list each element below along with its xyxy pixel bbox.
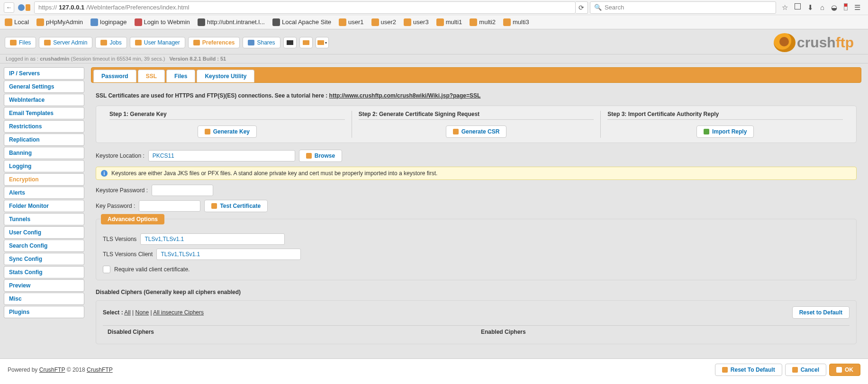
browser-toolbar-icons: ☆ ⬇ ⌂ ◒ ☰: [778, 3, 864, 12]
library-icon[interactable]: [795, 3, 801, 9]
bookmark-star-icon[interactable]: ☆: [782, 3, 788, 12]
bookmark-user2[interactable]: user2: [371, 18, 397, 26]
battery-icon[interactable]: [844, 3, 848, 10]
tab-shares[interactable]: Shares: [243, 37, 280, 48]
user-icon: [135, 40, 142, 45]
refresh-icon: [211, 203, 217, 209]
bookmark-multi3[interactable]: multi3: [503, 18, 529, 26]
preferences-sidebar: IP / Servers General Settings WebInterfa…: [0, 63, 84, 358]
reset-ciphers-button[interactable]: Reset to Default: [792, 306, 850, 319]
sidebar-item-search-config[interactable]: Search Config: [4, 240, 84, 252]
tab-user-manager[interactable]: User Manager: [130, 37, 185, 48]
toolbar-folder-dropdown[interactable]: ▾: [316, 37, 329, 48]
key-password-input[interactable]: [139, 200, 200, 212]
bookmark-phpmyadmin[interactable]: pHpMyAdmin: [36, 18, 83, 26]
home-icon[interactable]: ⌂: [820, 3, 824, 12]
footer-powered: Powered by: [8, 366, 37, 373]
ciphers-box: Select : All | None | All insecure Ciphe…: [96, 300, 857, 344]
bookmark-multi2[interactable]: multi2: [470, 18, 496, 26]
folder-icon: [10, 40, 17, 45]
search-placeholder: Search: [605, 4, 624, 11]
sidebar-item-folder-monitor[interactable]: Folder Monitor: [4, 200, 84, 212]
prefs-icon: [193, 40, 200, 45]
keystore-password-label: Keystore Password :: [96, 187, 148, 194]
test-certificate-button[interactable]: Test Certificate: [204, 200, 268, 212]
tls-versions-client-input[interactable]: [156, 249, 301, 260]
tls-versions-input[interactable]: [140, 233, 285, 245]
select-none-link[interactable]: None: [136, 309, 149, 316]
bookmark-webmin[interactable]: Login to Webmin: [135, 18, 190, 26]
hamburger-menu-icon[interactable]: ☰: [854, 3, 860, 12]
sidebar-item-replication[interactable]: Replication: [4, 134, 84, 146]
tab-keystore-utility[interactable]: Keystore Utility: [197, 70, 254, 82]
bookmark-loginpage[interactable]: loginpage: [90, 18, 127, 26]
toolbar-folder-button[interactable]: [299, 37, 313, 48]
sidebar-item-tunnels[interactable]: Tunnels: [4, 213, 84, 225]
browser-search[interactable]: 🔍 Search: [590, 1, 776, 14]
bookmark-user3[interactable]: user3: [404, 18, 429, 26]
keystore-location-label: Keystore Location :: [96, 152, 145, 159]
generate-key-button[interactable]: Generate Key: [198, 125, 257, 138]
downloads-icon[interactable]: ⬇: [807, 3, 814, 12]
bookmark-user1[interactable]: user1: [339, 18, 364, 26]
keystore-location-input[interactable]: [148, 150, 295, 161]
tab-jobs[interactable]: Jobs: [95, 37, 127, 48]
generate-csr-button[interactable]: Generate CSR: [446, 125, 507, 138]
reload-button[interactable]: ⟳: [576, 1, 588, 14]
sidebar-item-restrictions[interactable]: Restrictions: [4, 120, 84, 133]
footer-brand-link-2[interactable]: CrushFTP: [87, 366, 113, 373]
require-cert-checkbox[interactable]: [103, 266, 110, 273]
ssl-tutorial-link[interactable]: http://www.crushftp.com/crush8wiki/Wiki.…: [329, 92, 481, 99]
sidebar-item-preview[interactable]: Preview: [4, 279, 84, 292]
url-bar[interactable]: https://127.0.0.1/WebInterface/Preferenc…: [34, 1, 576, 14]
sidebar-item-webinterface[interactable]: WebInterface: [4, 94, 84, 106]
sidebar-item-misc[interactable]: Misc: [4, 293, 84, 305]
status-version: Version 8.2.1 Build : 51: [169, 56, 226, 62]
keystore-password-input[interactable]: [152, 185, 213, 196]
browse-button[interactable]: Browse: [299, 150, 342, 162]
sidebar-item-general[interactable]: General Settings: [4, 80, 84, 93]
back-button[interactable]: ←: [4, 2, 14, 13]
disabled-ciphers-col: Disabled Ciphers: [103, 326, 476, 338]
bookmark-local[interactable]: Local: [5, 18, 29, 26]
sidebar-item-stats-config[interactable]: Stats Config: [4, 266, 84, 278]
pocket-icon[interactable]: ◒: [831, 3, 837, 12]
select-insecure-link[interactable]: All insecure Ciphers: [153, 309, 204, 316]
sidebar-item-user-config[interactable]: User Config: [4, 226, 84, 239]
keystore-info: i Keystores are either Java JKS files or…: [96, 167, 857, 180]
toolbar-darkbox-button[interactable]: [283, 37, 297, 48]
sidebar-item-ip-servers[interactable]: IP / Servers: [4, 67, 84, 80]
tab-server-admin[interactable]: Server Admin: [39, 37, 92, 48]
footer-cancel-button[interactable]: Cancel: [785, 364, 826, 376]
info-icon: i: [101, 170, 108, 177]
enabled-ciphers-col: Enabled Ciphers: [476, 326, 850, 338]
cancel-icon: [792, 367, 798, 373]
ssl-panel: SSL Certificates are used for HTTPS and …: [91, 83, 861, 358]
sidebar-item-email[interactable]: Email Templates: [4, 107, 84, 119]
tab-password[interactable]: Password: [93, 70, 136, 82]
footer-reset-button[interactable]: Reset To Default: [715, 364, 782, 376]
sidebar-item-encryption[interactable]: Encryption: [4, 173, 84, 186]
sidebar-item-plugins[interactable]: Plugins: [4, 306, 84, 318]
footer-brand-link[interactable]: CrushFTP: [39, 366, 65, 373]
keystore-password-row: Keystore Password :: [96, 185, 857, 196]
tab-files[interactable]: Files: [5, 37, 36, 48]
require-cert-row: Require valid client certificate.: [103, 266, 850, 273]
select-all-link[interactable]: All: [124, 309, 130, 316]
require-cert-label: Require valid client certificate.: [114, 266, 190, 273]
sidebar-item-banning[interactable]: Banning: [4, 147, 84, 159]
tab-files-enc[interactable]: Files: [166, 70, 195, 82]
ssl-steps: Step 1: Generate Key Generate Key Step 2…: [96, 106, 857, 143]
sidebar-item-logging[interactable]: Logging: [4, 160, 84, 172]
bookmark-multi1[interactable]: multi1: [436, 18, 462, 26]
footer-ok-button[interactable]: OK: [829, 364, 860, 376]
bookmark-apache[interactable]: Local Apache Site: [272, 18, 331, 26]
tab-preferences[interactable]: Preferences: [188, 37, 240, 48]
sidebar-item-sync-config[interactable]: Sync Config: [4, 253, 84, 265]
logo-text-2: ftp: [836, 35, 854, 50]
site-identity-icon[interactable]: [18, 4, 30, 11]
bookmark-ubnt[interactable]: http://ubnt.intranet.l...: [198, 18, 265, 26]
sidebar-item-alerts[interactable]: Alerts: [4, 187, 84, 199]
import-reply-button[interactable]: Import Reply: [696, 125, 754, 138]
tab-ssl[interactable]: SSL: [138, 70, 165, 82]
